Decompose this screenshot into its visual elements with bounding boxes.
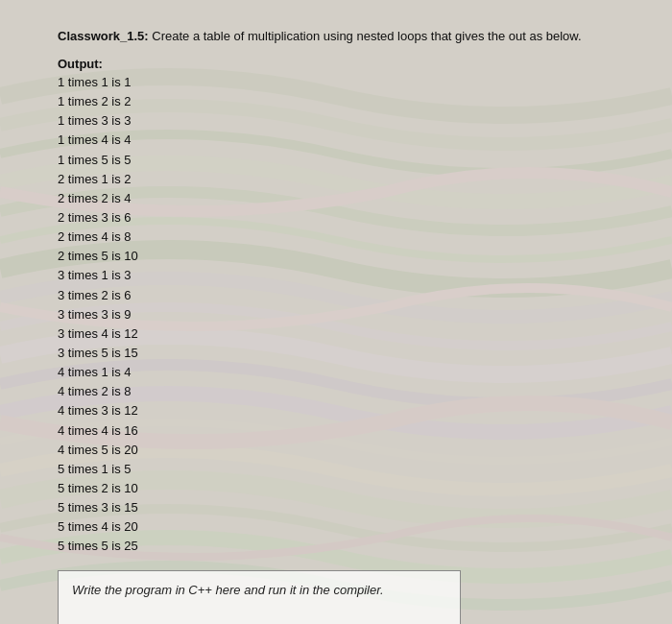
instruction-label: Classwork_1.5: xyxy=(58,29,149,43)
output-line-15: 3 times 5 is 15 xyxy=(58,344,614,363)
output-line-5: 1 times 5 is 5 xyxy=(58,151,614,170)
instruction-text: Classwork_1.5: Create a table of multipl… xyxy=(58,29,614,43)
output-line-22: 5 times 2 is 10 xyxy=(58,479,614,498)
output-line-18: 4 times 3 is 12 xyxy=(58,401,614,420)
instruction-body: Create a table of multiplication using n… xyxy=(149,29,582,43)
output-line-10: 2 times 5 is 10 xyxy=(58,247,614,266)
output-line-25: 5 times 5 is 25 xyxy=(58,537,614,556)
compiler-box-text: Write the program in C++ here and run it… xyxy=(72,583,384,597)
output-line-9: 2 times 4 is 8 xyxy=(58,228,614,247)
output-line-4: 1 times 4 is 4 xyxy=(58,131,614,150)
output-line-17: 4 times 2 is 8 xyxy=(58,382,614,401)
output-line-1: 1 times 1 is 1 xyxy=(58,73,614,92)
output-line-20: 4 times 5 is 20 xyxy=(58,441,614,460)
output-list: 1 times 1 is 11 times 2 is 21 times 3 is… xyxy=(58,73,614,557)
output-line-8: 2 times 3 is 6 xyxy=(58,208,614,228)
output-line-2: 1 times 2 is 2 xyxy=(58,92,614,111)
output-line-13: 3 times 3 is 9 xyxy=(58,305,614,324)
output-line-14: 3 times 4 is 12 xyxy=(58,324,614,344)
output-line-7: 2 times 2 is 4 xyxy=(58,189,614,208)
output-line-3: 1 times 3 is 3 xyxy=(58,111,614,131)
output-line-23: 5 times 3 is 15 xyxy=(58,498,614,517)
main-content: Classwork_1.5: Create a table of multipl… xyxy=(0,0,672,624)
output-line-11: 3 times 1 is 3 xyxy=(58,266,614,285)
output-label: Output: xyxy=(58,57,614,71)
output-line-16: 4 times 1 is 4 xyxy=(58,363,614,382)
output-line-12: 3 times 2 is 6 xyxy=(58,286,614,305)
output-line-6: 2 times 1 is 2 xyxy=(58,170,614,189)
output-line-19: 4 times 4 is 16 xyxy=(58,421,614,441)
compiler-box[interactable]: Write the program in C++ here and run it… xyxy=(58,570,461,624)
output-line-21: 5 times 1 is 5 xyxy=(58,460,614,479)
output-line-24: 5 times 4 is 20 xyxy=(58,517,614,537)
